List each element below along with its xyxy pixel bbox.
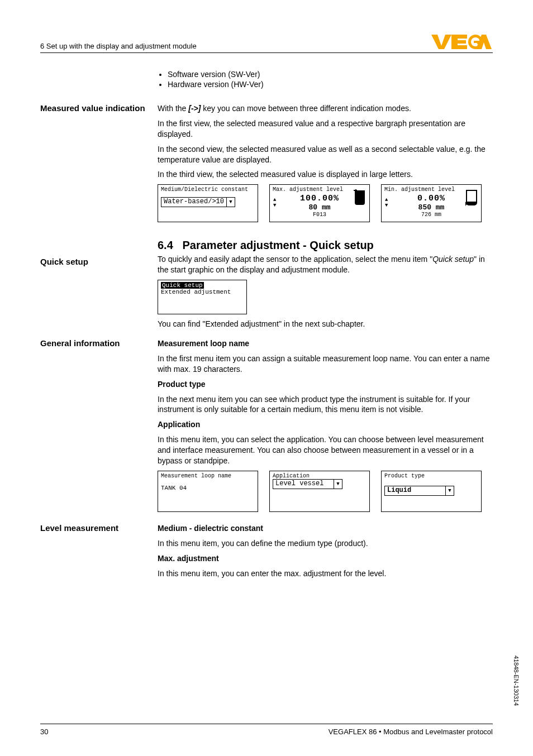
page-header: 6 Set up with the display and adjustment… — [40, 34, 493, 53]
lcd3-percent: 0.00% — [384, 194, 478, 203]
lcd-application: Application Level vessel ▼ — [269, 471, 370, 512]
mv-p1: With the [->] key you can move between t… — [158, 103, 493, 114]
lcd2-title: Max. adjustment level — [273, 186, 367, 193]
side-label-level-measurement: Level measurement — [40, 523, 158, 583]
mv-p3: In the second view, the selected measure… — [158, 144, 493, 165]
section-6-4-heading: 6.4 Parameter adjustment - Quick setup — [158, 239, 493, 252]
lcd3-sub: 726 mm — [384, 212, 478, 218]
side-label-general-info: General information — [40, 338, 158, 519]
gi-p3: In this menu item, you can select the ap… — [158, 434, 493, 466]
gi-h3: Application — [158, 419, 493, 430]
vega-logo — [431, 34, 493, 50]
lcd3-mm: 850 mm — [384, 203, 478, 212]
mv-p4: In the third view, the selected measured… — [158, 169, 493, 180]
lcd-row-2: Measurement loop name TANK 04 Applicatio… — [158, 471, 493, 512]
lm-h1: Medium - dielectric constant — [158, 523, 493, 534]
lcd6-title: Product type — [384, 473, 478, 479]
svg-rect-6 — [467, 202, 476, 204]
lcd2-percent: 100.00% — [273, 194, 367, 203]
lcd2-mm: 80 mm — [273, 203, 367, 212]
qs-p1: To quickly and easily adapt the sensor t… — [158, 254, 493, 275]
lcd4-title: Measurement loop name — [161, 473, 255, 479]
lcd1-dropdown[interactable]: Water-based/>10 ▼ — [161, 197, 235, 207]
vessel-empty-icon — [465, 189, 478, 208]
svg-marker-0 — [431, 35, 451, 49]
bullet-hw: Hardware version (HW-Ver) — [168, 80, 493, 89]
qs-p2: You can find "Extended adjustment" in th… — [158, 319, 493, 329]
dropdown-arrow-icon: ▼ — [445, 486, 454, 495]
lcd4-value[interactable]: TANK 04 — [161, 485, 255, 491]
lcd1-title: Medium/Dielectric constant — [161, 186, 255, 193]
lcd2-code: F013 — [273, 212, 367, 218]
dropdown-arrow-icon: ▼ — [226, 198, 235, 207]
lcd6-dropdown[interactable]: Liquid ▼ — [384, 486, 454, 496]
gi-p2: In the next menu item you can see which … — [158, 394, 493, 415]
footer-page-number: 30 — [40, 728, 48, 736]
dropdown-arrow-icon: ▼ — [334, 480, 342, 489]
side-doc-code: 41848-EN-130314 — [513, 655, 520, 706]
scroll-hint-icon: ▲▼ — [385, 197, 388, 208]
side-label-measured-value: Measured value indication — [40, 103, 158, 229]
lcd5-title: Application — [273, 473, 367, 479]
gi-h1: Measurement loop name — [158, 338, 493, 349]
gi-p1: In the first menu item you can assign a … — [158, 353, 493, 375]
gi-h2: Product type — [158, 379, 493, 390]
lcd-meas-loop-name: Measurement loop name TANK 04 — [158, 471, 258, 512]
lcd3-title: Min. adjustment level — [384, 186, 478, 193]
lm-h2: Max. adjustment — [158, 553, 493, 564]
qs-highlight[interactable]: Quick setup — [161, 282, 204, 289]
lcd5-dropdown[interactable]: Level vessel ▼ — [273, 479, 342, 489]
footer-doc-title: VEGAFLEX 86 • Modbus and Levelmaster pro… — [329, 728, 493, 736]
header-section-title: 6 Set up with the display and adjustment… — [40, 42, 197, 50]
side-label-quick-setup: Quick setup — [40, 233, 158, 334]
lcd-row-1: Medium/Dielectric constant Water-based/>… — [158, 184, 493, 222]
page-footer: 30 VEGAFLEX 86 • Modbus and Levelmaster … — [40, 724, 493, 736]
scroll-hint-icon: ▲▼ — [273, 197, 276, 208]
lm-p1: In this menu item, you can define the me… — [158, 538, 493, 549]
qs-extended[interactable]: Extended adjustment — [161, 289, 244, 295]
lm-p2: In this menu item, you can enter the max… — [158, 568, 493, 579]
svg-marker-1 — [451, 35, 467, 49]
lcd-max-adjustment: Max. adjustment level ▲▼ 100.00% 80 mm F… — [269, 184, 370, 222]
vessel-full-icon — [354, 189, 366, 208]
mv-p2: In the first view, the selected measured… — [158, 118, 493, 140]
bullet-sw: Software version (SW-Ver) — [168, 70, 493, 79]
lcd-quick-setup-menu: Quick setup Extended adjustment — [158, 280, 247, 314]
lcd-product-type: Product type Liquid ▼ — [381, 471, 482, 512]
version-bullets: Software version (SW-Ver) Hardware versi… — [158, 70, 493, 89]
lcd-medium-dielectric: Medium/Dielectric constant Water-based/>… — [158, 184, 258, 222]
lcd-min-adjustment: Min. adjustment level ▲▼ 0.00% 850 mm — [381, 184, 482, 222]
